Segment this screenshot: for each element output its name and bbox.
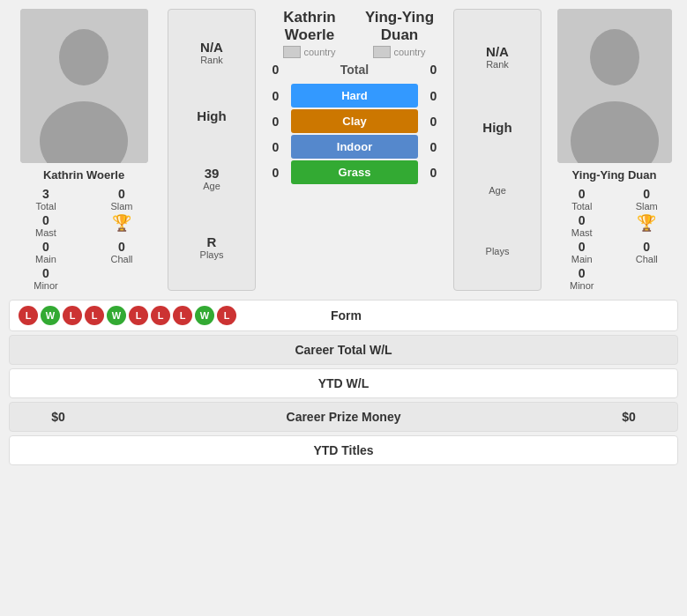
left-minor-cell: 0 Minor	[9, 266, 83, 291]
hard-row: 0 Hard 0	[265, 84, 444, 108]
right-center-name-block: Ying-Ying Duan country	[355, 9, 444, 58]
right-country-flag: country	[355, 46, 444, 58]
ytd-titles-row: YTD Titles	[9, 435, 678, 465]
ytd-titles-label: YTD Titles	[23, 443, 664, 457]
left-slam-label: Slam	[110, 201, 132, 212]
form-badge-l: L	[151, 306, 170, 325]
right-rank-item: N/A Rank	[486, 44, 509, 70]
grass-score-right: 0	[422, 166, 444, 180]
hard-button[interactable]: Hard	[291, 84, 418, 108]
indoor-button[interactable]: Indoor	[291, 135, 418, 159]
form-badge-l: L	[19, 306, 38, 325]
top-area: Kathrin Woerle 3 Total 0 Slam 0 Mast 🏆	[0, 0, 687, 300]
left-flag-icon	[283, 46, 301, 58]
left-player-stats: 3 Total 0 Slam 0 Mast 🏆 0 Main	[9, 187, 159, 291]
right-rank-value: N/A	[486, 44, 509, 59]
clay-score-right: 0	[422, 115, 444, 129]
left-plays-label: Plays	[200, 249, 224, 260]
left-high-item: High	[197, 108, 226, 123]
total-row: 0 Total 0	[265, 63, 444, 77]
right-mast-value: 0	[579, 213, 586, 227]
left-chall-label: Chall	[110, 254, 132, 264]
right-mast-label: Mast	[571, 227, 593, 238]
left-rank-value: N/A	[200, 40, 223, 55]
right-age-item: Age	[489, 185, 506, 196]
right-plays-label: Plays	[486, 246, 510, 256]
left-slam-cell: 0 Slam	[85, 187, 159, 212]
total-label: Total	[291, 63, 418, 77]
form-badge-w: W	[41, 306, 60, 325]
total-score-left: 0	[265, 63, 287, 77]
grass-button[interactable]: Grass	[291, 160, 418, 184]
bottom-section: LWLLWLLLWL Form Career Total W/L YTD W/L…	[9, 300, 678, 465]
right-stats-panel: N/A Rank High Age Plays	[453, 9, 541, 291]
right-chall-cell: 0 Chall	[616, 240, 679, 264]
left-rank-item: N/A Rank	[200, 40, 223, 65]
career-wl-label: Career Total W/L	[23, 343, 664, 357]
left-chall-value: 0	[118, 240, 125, 254]
left-high-value: High	[197, 108, 226, 123]
total-score-right: 0	[422, 63, 444, 77]
right-age-label: Age	[489, 185, 506, 196]
left-mast-cell: 0 Mast	[9, 213, 83, 238]
clay-button[interactable]: Clay	[291, 109, 418, 133]
right-player-stats: 0 Total 0 Slam 0 Mast 🏆 0 Main	[550, 187, 678, 291]
left-main-cell: 0 Main	[9, 240, 83, 264]
form-row: LWLLWLLLWL Form	[9, 300, 678, 331]
left-country-flag: country	[265, 46, 355, 58]
form-label: Form	[240, 308, 452, 323]
left-mast-label: Mast	[35, 227, 56, 238]
left-minor-label: Minor	[34, 280, 58, 291]
right-flag-icon	[373, 46, 391, 58]
right-main-value: 0	[579, 240, 586, 254]
match-center: Kathrin Woerle country Ying-Ying Duan	[265, 9, 444, 291]
right-total-label: Total	[571, 201, 592, 212]
right-main-cell: 0 Main	[550, 240, 614, 264]
left-prize-value: $0	[23, 410, 93, 424]
center-area: N/A Rank High 39 Age R Plays	[163, 9, 546, 291]
right-minor-cell: 0 Minor	[550, 266, 614, 291]
left-mast-value: 0	[42, 213, 49, 227]
form-badge-l: L	[217, 306, 236, 325]
left-player-area: Kathrin Woerle 3 Total 0 Slam 0 Mast 🏆	[9, 9, 159, 291]
right-rank-label: Rank	[486, 59, 509, 70]
left-player-avatar	[20, 9, 148, 163]
career-wl-row: Career Total W/L	[9, 335, 678, 365]
hard-score-right: 0	[422, 89, 444, 103]
right-slam-value: 0	[643, 187, 650, 201]
right-high-item: High	[482, 120, 512, 135]
right-player-area: Ying-Ying Duan 0 Total 0 Slam 0 Mast 🏆	[550, 9, 678, 291]
indoor-row: 0 Indoor 0	[265, 135, 444, 159]
grass-score-left: 0	[265, 166, 287, 180]
indoor-score-right: 0	[422, 140, 444, 154]
svg-point-1	[59, 29, 108, 85]
right-trophy-cell: 🏆	[616, 213, 679, 238]
ytd-wl-row: YTD W/L	[9, 368, 678, 398]
right-plays-item: Plays	[486, 246, 510, 256]
left-total-value: 3	[42, 187, 49, 201]
left-plays-value: R	[207, 234, 217, 249]
right-total-cell: 0 Total	[550, 187, 614, 212]
center-names-row: Kathrin Woerle country Ying-Ying Duan	[265, 9, 444, 58]
left-age-item: 39 Age	[203, 166, 220, 191]
right-slam-label: Slam	[636, 201, 658, 212]
left-main-value: 0	[42, 240, 49, 254]
career-prize-row: $0 Career Prize Money $0	[9, 402, 678, 432]
career-prize-label: Career Prize Money	[93, 410, 594, 424]
grass-row: 0 Grass 0	[265, 160, 444, 184]
form-badge-w: W	[195, 306, 214, 325]
left-trophy-cell: 🏆	[85, 213, 159, 238]
left-player-name: Kathrin Woerle	[43, 168, 124, 182]
right-player-avatar	[557, 9, 672, 163]
svg-point-4	[590, 29, 639, 85]
left-slam-value: 0	[118, 187, 125, 201]
clay-row: 0 Clay 0	[265, 109, 444, 133]
form-badge-l: L	[85, 306, 104, 325]
clay-score-left: 0	[265, 115, 287, 129]
left-trophy-icon: 🏆	[112, 213, 131, 233]
left-rank-label: Rank	[200, 55, 223, 65]
left-total-cell: 3 Total	[9, 187, 83, 212]
right-chall-value: 0	[643, 240, 650, 254]
main-container: Kathrin Woerle 3 Total 0 Slam 0 Mast 🏆	[0, 0, 687, 465]
left-age-label: Age	[203, 181, 220, 191]
